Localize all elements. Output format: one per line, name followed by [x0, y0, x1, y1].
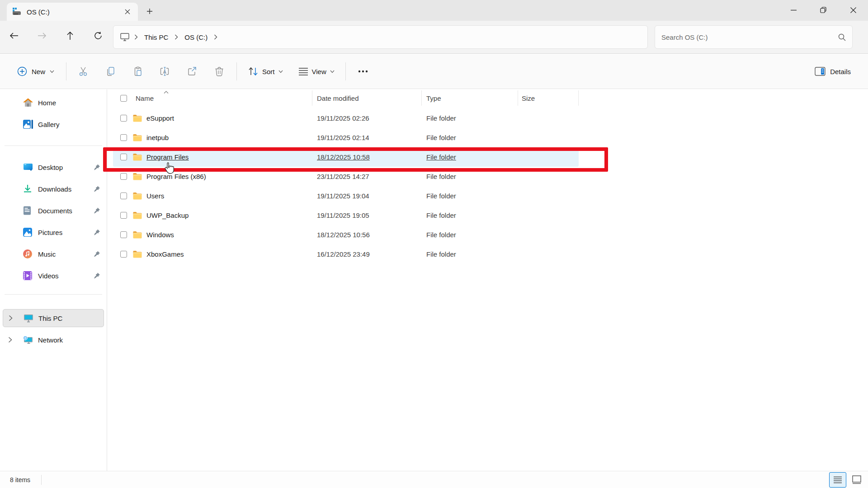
back-icon[interactable] [5, 27, 23, 44]
folder-icon [133, 134, 142, 141]
new-button[interactable]: New [12, 63, 60, 80]
sidebar-item-label: Network [38, 336, 63, 344]
forward-icon[interactable] [33, 27, 51, 44]
close-button[interactable] [838, 0, 868, 20]
sidebar-item-videos[interactable]: Videos [3, 267, 104, 285]
column-header-date-modified[interactable]: Date modified [312, 90, 422, 106]
chevron-down-icon [278, 70, 283, 73]
caption-buttons [778, 0, 868, 21]
up-icon[interactable] [61, 27, 79, 44]
music-icon [23, 249, 32, 258]
documents-icon [23, 206, 31, 215]
search-box[interactable] [655, 25, 853, 49]
mouse-cursor-hand-icon [164, 162, 175, 178]
this-pc-icon [120, 33, 130, 42]
column-header-type[interactable]: Type [422, 90, 518, 106]
file-list: Name Date modified Type Size eSupport 19… [113, 90, 610, 264]
chevron-right-icon[interactable] [8, 337, 12, 343]
restore-button[interactable] [808, 0, 838, 20]
file-date: 18/12/2025 10:58 [312, 147, 422, 167]
file-date: 16/12/2025 23:49 [312, 244, 422, 264]
file-row-program-files[interactable]: Program Files 18/12/2025 10:58 File fold… [113, 147, 579, 167]
status-divider [41, 475, 42, 485]
file-name[interactable]: inetpub [146, 134, 169, 141]
sidebar-item-this-pc[interactable]: This PC [3, 309, 104, 327]
delete-icon[interactable] [208, 61, 230, 81]
file-name[interactable]: Users [146, 192, 164, 200]
file-row-uwp-backup[interactable]: UWP_Backup 19/11/2025 19:05 File folder [113, 206, 579, 225]
share-icon[interactable] [181, 61, 203, 81]
sidebar-item-desktop[interactable]: Desktop [3, 158, 104, 176]
file-name[interactable]: Program Files [146, 153, 189, 161]
file-row-esupport[interactable]: eSupport 19/11/2025 02:26 File folder [113, 108, 579, 128]
sidebar: Home Gallery Desktop [0, 89, 107, 471]
minimize-button[interactable] [778, 0, 808, 20]
file-row-xboxgames[interactable]: XboxGames 16/12/2025 23:49 File folder [113, 244, 579, 264]
row-checkbox[interactable] [113, 186, 133, 206]
cut-icon[interactable] [73, 61, 94, 81]
file-row-users[interactable]: Users 19/11/2025 19:04 File folder [113, 186, 579, 206]
select-all-checkbox[interactable] [113, 90, 133, 106]
tab-close-icon[interactable] [122, 6, 133, 18]
file-date: 19/11/2025 02:14 [312, 128, 422, 147]
this-pc-monitor-icon [24, 314, 33, 323]
sort-button[interactable]: Sort [243, 63, 288, 80]
breadcrumb-chevron-icon [172, 34, 181, 40]
row-checkbox[interactable] [113, 128, 133, 147]
file-date: 19/11/2025 19:05 [312, 206, 422, 225]
chevron-right-icon[interactable] [9, 315, 13, 321]
row-checkbox[interactable] [113, 206, 133, 225]
see-more-icon[interactable] [352, 61, 374, 81]
details-pane-button[interactable]: Details [810, 63, 855, 80]
sidebar-item-music[interactable]: Music [3, 245, 104, 263]
sidebar-item-network[interactable]: Network [3, 331, 104, 349]
sidebar-item-pictures[interactable]: Pictures [3, 223, 104, 241]
details-view-toggle[interactable] [829, 472, 846, 488]
explorer-tab[interactable]: OS (C:) [7, 3, 138, 21]
row-checkbox[interactable] [113, 167, 133, 186]
sidebar-item-documents[interactable]: Documents [3, 202, 104, 220]
sidebar-item-downloads[interactable]: Downloads [3, 180, 104, 198]
chevron-down-icon [330, 70, 335, 73]
new-tab-button[interactable] [143, 5, 156, 18]
file-type: File folder [422, 244, 518, 264]
search-icon[interactable] [838, 33, 846, 41]
thumbnail-view-toggle[interactable] [850, 473, 863, 487]
breadcrumb-this-pc[interactable]: This PC [141, 32, 172, 43]
file-row-windows[interactable]: Windows 18/12/2025 10:56 File folder [113, 225, 579, 244]
folder-icon [133, 250, 142, 258]
file-row-inetpub[interactable]: inetpub 19/11/2025 02:14 File folder [113, 128, 579, 147]
sidebar-item-home[interactable]: Home [3, 94, 104, 112]
address-bar[interactable]: This PC OS (C:) [113, 25, 648, 49]
refresh-icon[interactable] [90, 27, 107, 44]
pin-icon [94, 229, 100, 236]
toolbar-divider [66, 62, 66, 80]
file-name[interactable]: Program Files (x86) [146, 173, 206, 180]
sidebar-item-label: Gallery [38, 121, 60, 128]
search-input[interactable] [661, 33, 838, 41]
sort-button-label: Sort [262, 68, 275, 75]
file-name[interactable]: Windows [146, 231, 174, 239]
row-checkbox[interactable] [113, 244, 133, 264]
toolbar-divider [236, 62, 237, 80]
view-button[interactable]: View [294, 64, 339, 79]
row-checkbox[interactable] [113, 147, 133, 167]
pin-icon [94, 207, 100, 214]
copy-icon[interactable] [100, 61, 122, 81]
row-checkbox[interactable] [113, 108, 133, 128]
items-count: 8 items [10, 476, 30, 483]
file-name[interactable]: XboxGames [146, 250, 184, 258]
file-name[interactable]: UWP_Backup [146, 211, 189, 219]
row-checkbox[interactable] [113, 225, 133, 244]
paste-icon[interactable] [127, 61, 149, 81]
file-name[interactable]: eSupport [146, 114, 174, 122]
column-header-size[interactable]: Size [518, 90, 579, 106]
column-header-name[interactable]: Name [133, 90, 312, 106]
tab-title: OS (C:) [27, 8, 122, 16]
rename-icon[interactable]: A [154, 61, 176, 81]
folder-icon [133, 192, 142, 200]
chevron-down-icon [50, 70, 54, 73]
sidebar-item-gallery[interactable]: Gallery [3, 115, 104, 133]
breadcrumb-os-c[interactable]: OS (C:) [181, 32, 211, 43]
file-row-program-files-x86[interactable]: Program Files (x86) 23/11/2025 14:27 Fil… [113, 167, 579, 186]
